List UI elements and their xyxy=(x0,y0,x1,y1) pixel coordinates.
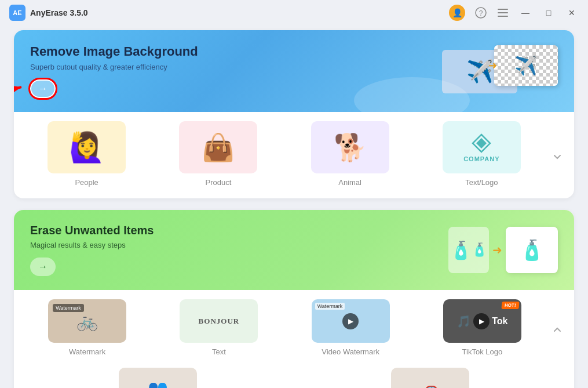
plane-image-area: ✈️ ➜ ✈️ xyxy=(442,45,558,97)
textlogo-thumbnail: COMPANY xyxy=(443,121,521,173)
watermark-thumbnail: 🚲 Watermark xyxy=(48,299,126,343)
app-title: AnyErase 3.5.0 xyxy=(30,8,88,17)
remove-bg-banner: Remove Image Background Superb cutout qu… xyxy=(14,30,574,112)
category-product[interactable]: 👜 Product xyxy=(157,121,279,187)
bottom-categories-row: 👥 🚗 xyxy=(14,368,574,388)
watermark-label: Watermark xyxy=(69,347,105,356)
help-icon[interactable]: ? xyxy=(474,6,487,19)
remove-bg-text: Remove Image Background Superb cutout qu… xyxy=(30,44,198,98)
titlebar-left: AE AnyErase 3.5.0 xyxy=(9,5,88,21)
minimize-button[interactable]: — xyxy=(518,6,532,20)
animal-label: Animal xyxy=(338,178,361,187)
erase-arrow-indicator: ➜ xyxy=(492,243,502,257)
tiktok-play-button: ▶ xyxy=(473,313,490,329)
category-text[interactable]: BONJOUR Text xyxy=(157,299,280,356)
app-logo: AE xyxy=(9,5,25,21)
tiktok-label: TikTok Logo xyxy=(462,347,503,356)
textlogo-label: Text/Logo xyxy=(465,178,498,187)
video-watermark-label: Video Watermark xyxy=(322,347,379,356)
watermark-label-badge: Watermark xyxy=(53,304,84,312)
category-textlogo[interactable]: COMPANY Text/Logo xyxy=(421,121,543,187)
plane-processed-image: ✈️ xyxy=(494,45,558,86)
erase-card: Erase Unwanted Items Magical results & e… xyxy=(14,210,574,388)
category-person2[interactable]: 👥 xyxy=(25,368,290,388)
remove-bg-subtitle: Superb cutout quality & greater efficien… xyxy=(30,63,198,71)
menu-icon[interactable] xyxy=(496,6,509,19)
tiktok-logo-display: 🎵 ▶ Tok xyxy=(456,313,507,329)
svg-text:?: ? xyxy=(479,9,483,17)
collapse-up-button[interactable] xyxy=(552,320,563,335)
erase-arrow-button[interactable]: → xyxy=(30,258,56,276)
remove-bg-card: Remove Image Background Superb cutout qu… xyxy=(14,30,574,198)
erase-categories: 🚲 Watermark Watermark BONJOUR Text Water… xyxy=(14,290,574,368)
main-content: Remove Image Background Superb cutout qu… xyxy=(0,26,588,388)
category-watermark[interactable]: 🚲 Watermark Watermark xyxy=(25,299,149,356)
close-button[interactable]: ✕ xyxy=(565,6,579,20)
product-image-area: 🧴🧴 ➜ 🧴 xyxy=(448,227,558,273)
hot-badge: HOT! xyxy=(502,302,520,309)
product-before-image: 🧴🧴 xyxy=(448,227,489,273)
car-thumbnail: 🚗 xyxy=(391,368,469,388)
people-thumbnail: 🙋‍♀️ xyxy=(48,121,126,173)
titlebar: AE AnyErase 3.5.0 👤 ? — □ ✕ xyxy=(0,0,588,26)
animal-thumbnail: 🐕 xyxy=(311,121,389,173)
tiktok-thumbnail: HOT! 🎵 ▶ Tok xyxy=(443,299,521,343)
remove-bg-arrow-button[interactable]: → xyxy=(30,79,56,98)
svg-rect-4 xyxy=(498,16,508,17)
svg-rect-2 xyxy=(498,9,508,10)
category-animal[interactable]: 🐕 Animal xyxy=(289,121,411,187)
category-car[interactable]: 🚗 xyxy=(298,368,563,388)
people-label: People xyxy=(75,178,98,187)
person2-thumbnail: 👥 xyxy=(119,368,197,388)
titlebar-right: 👤 ? — □ ✕ xyxy=(449,5,579,21)
product-thumbnail: 👜 xyxy=(179,121,257,173)
video-watermark-thumbnail: Watermark ▶ xyxy=(312,299,390,343)
svg-rect-3 xyxy=(498,12,508,13)
arrow-indicator: ➜ xyxy=(488,59,497,72)
user-avatar-icon[interactable]: 👤 xyxy=(449,5,465,21)
erase-title: Erase Unwanted Items xyxy=(30,224,154,237)
remove-bg-title: Remove Image Background xyxy=(30,44,198,59)
text-thumbnail: BONJOUR xyxy=(180,299,258,343)
svg-marker-7 xyxy=(476,138,487,148)
erase-banner: Erase Unwanted Items Magical results & e… xyxy=(14,210,574,290)
product-label: Product xyxy=(205,178,231,187)
collapse-button[interactable] xyxy=(552,147,563,162)
play-button-overlay: ▶ xyxy=(342,313,359,329)
text-label: Text xyxy=(212,347,226,356)
maximize-button[interactable]: □ xyxy=(542,6,556,20)
textlogo-illus: COMPANY xyxy=(463,132,499,162)
category-video-watermark[interactable]: Watermark ▶ Video Watermark xyxy=(289,299,412,356)
category-tiktok-logo[interactable]: HOT! 🎵 ▶ Tok TikTok Logo xyxy=(421,299,544,356)
video-watermark-badge: Watermark xyxy=(315,303,345,310)
erase-subtitle: Magical results & easy steps xyxy=(30,241,154,249)
remove-bg-categories: 🙋‍♀️ People 👜 Product 🐕 Animal xyxy=(14,112,574,198)
product-after-image: 🧴 xyxy=(506,227,558,273)
category-people[interactable]: 🙋‍♀️ People xyxy=(25,121,148,187)
erase-text: Erase Unwanted Items Magical results & e… xyxy=(30,224,154,276)
